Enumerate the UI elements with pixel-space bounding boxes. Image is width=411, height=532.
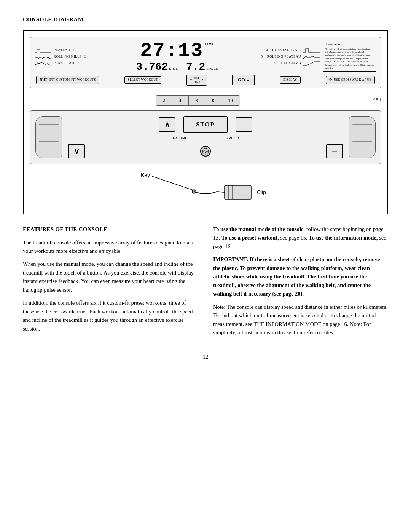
dist-stat: 3.762 DIST. [136, 62, 178, 72]
right-handrail [349, 116, 376, 159]
preset-item-rolling-plateau: 5 ROLLING PLATEAU [259, 54, 320, 59]
preset-item-park-trail: PARK TRAIL 3 [35, 61, 96, 66]
preset-name-park-trail: PARK TRAIL [54, 61, 75, 66]
set-time-button[interactable]: ∨ SET TIME ∧ [186, 75, 207, 86]
console-top-panel: PLATEAU 1 ROLLING HILLS 2 [30, 37, 381, 88]
page-header: CONSOLE DIAGRAM [23, 15, 388, 24]
page-number-value: 12 [203, 354, 208, 360]
display-button[interactable]: DISPLAY [280, 76, 301, 84]
speed-stat: 7.2 SPEED [186, 62, 219, 72]
speed-btn-2[interactable]: 2 [156, 96, 172, 105]
speed-selector: 2 4 6 8 10 [156, 95, 240, 106]
handrail-line-4 [39, 150, 59, 150]
ifit-custom-label: iFit CUSTOM-FIT WORKOUTS [49, 78, 96, 82]
key-clip-area: Key Clip [30, 166, 381, 208]
bottom-stats: 3.762 DIST. 7.2 SPEED [136, 62, 218, 72]
ifit-icon: iFit [40, 77, 48, 83]
speed-btn-8[interactable]: 8 [205, 96, 221, 105]
svg-line-2 [152, 176, 194, 190]
preset-name-coastal-trail: COASTAL TRAIL [272, 48, 301, 53]
svg-text:Key: Key [141, 172, 150, 178]
preset-workout-bold: To use a preset workout, [221, 235, 279, 241]
incline-up-button[interactable]: ∧ [159, 117, 175, 132]
features-right-column: To use the manual mode of the console, f… [213, 225, 388, 342]
preset-num-1: 1 [73, 48, 76, 53]
handrail-line-1 [39, 124, 59, 125]
page-number: 12 [23, 353, 388, 361]
preset-num-6: 6 [274, 61, 277, 66]
right-presets: 4 COASTAL TRAIL 5 ROLLING PLATEAU [259, 48, 320, 66]
go-button[interactable]: GO » [232, 75, 255, 85]
preset-item-hill-climb: 6 HILL CLIMB [259, 61, 320, 66]
right-section: 4 COASTAL TRAIL 5 ROLLING PLATEAU [259, 41, 376, 72]
incline-label: INCLINE [172, 136, 188, 141]
set-time-down-arrow: ∨ [190, 78, 193, 82]
speed-btn-4[interactable]: 4 [172, 96, 189, 105]
incline-down-button[interactable]: ∨ [68, 144, 85, 158]
select-workout-button[interactable]: SELECT WORKOUT [124, 76, 161, 84]
go-label: GO [237, 77, 245, 83]
preset-item-plateau: PLATEAU 1 [35, 48, 96, 53]
warning-box: ⚠ WARNING: To reduce risk of serious inj… [323, 42, 376, 71]
center-display: 27:13 TIME 3.762 DIST. 7.2 SPEED [98, 41, 257, 72]
warning-title: ⚠ WARNING: [325, 43, 374, 46]
speed-label: SPEED [206, 67, 218, 71]
display-label: DISPLAY [283, 78, 297, 82]
dist-value: 3.762 [136, 62, 168, 72]
speed-value: 7.2 [186, 62, 205, 72]
svg-text:Clip: Clip [257, 189, 266, 195]
page-title: CONSOLE DIAGRAM [23, 15, 388, 24]
rolling-hills-wave [35, 54, 51, 59]
speed-btn-10[interactable]: 10 [221, 96, 240, 105]
use-crosswalk-arms-button[interactable]: ⟳ USE CROSSWALK ARMS [326, 76, 375, 84]
console-button-row: iFit iFit CUSTOM-FIT WORKOUTS SELECT WOR… [35, 75, 376, 86]
features-right-para-3: Note: The console can display speed and … [213, 303, 388, 337]
features-para-1: The treadmill console offers an impressi… [23, 238, 198, 256]
features-right-para-2: IMPORTANT: If there is a sheet of clear … [213, 255, 388, 298]
set-time-labels: SET TIME [193, 76, 201, 84]
select-workout-label: SELECT WORKOUT [128, 78, 158, 82]
features-title: FEATURES OF THE CONSOLE [23, 225, 198, 234]
preset-num-5: 5 [261, 54, 265, 59]
key-clip-svg: Key Clip [30, 166, 381, 208]
left-handrail [35, 116, 62, 159]
stop-label: STOP [196, 121, 215, 128]
handrail-line-r3 [352, 141, 372, 142]
speed-row-container: 2 4 6 8 10 MPH [30, 92, 381, 107]
incline-speed-labels: INCLINE SPEED [68, 136, 343, 141]
features-left-column: FEATURES OF THE CONSOLE The treadmill co… [23, 225, 198, 342]
time-value: 27:13 [140, 41, 203, 61]
manual-mode-bold: To use the manual mode of the console [213, 226, 304, 232]
stop-button[interactable]: STOP [183, 116, 228, 133]
set-time-up-arrow: ∧ [201, 78, 204, 82]
ifit-custom-button[interactable]: iFit iFit CUSTOM-FIT WORKOUTS [36, 76, 99, 84]
time-label: TIME [205, 43, 215, 46]
stop-speed-row: ∧ STOP + [68, 116, 343, 133]
incline-down-speed-minus-row: ∨ − [68, 144, 343, 158]
crosswalk-icon: ⟳ [329, 77, 333, 83]
speed-plus-button[interactable]: + [236, 117, 252, 132]
features-para-2: When you use the manual mode, you can ch… [23, 260, 198, 294]
handrail-line-r2 [352, 133, 372, 133]
preset-item-coastal-trail: 4 COASTAL TRAIL [259, 48, 320, 53]
preset-item-rolling-hills: ROLLING HILLS 2 [35, 54, 96, 59]
time-display: 27:13 TIME [140, 41, 215, 61]
speed-minus-button[interactable]: − [326, 144, 343, 158]
preset-name-hill-climb: HILL CLIMB [280, 61, 301, 66]
left-presets: PLATEAU 1 ROLLING HILLS 2 [35, 41, 96, 72]
speed-btn-6[interactable]: 6 [189, 96, 205, 105]
important-bold: IMPORTANT: If there is a sheet of clear … [213, 256, 380, 297]
handrail-line-r1 [352, 124, 372, 125]
console-lower-section: ∧ STOP + INCLINE SPEED ∨ [30, 110, 381, 165]
crosswalk-arms-label: USE CROSSWALK ARMS [334, 78, 371, 82]
handrail-line-2 [39, 133, 59, 133]
center-controls: ∧ STOP + INCLINE SPEED ∨ [68, 116, 343, 159]
time-btn-label: TIME [193, 80, 201, 84]
preset-num-3: 3 [78, 61, 81, 66]
warning-text: To reduce risk of serious injury, stand … [325, 48, 374, 70]
rolling-plateau-wave [303, 54, 320, 59]
set-label: SET [194, 76, 199, 80]
features-section: FEATURES OF THE CONSOLE The treadmill co… [23, 225, 388, 342]
handrail-line-r4 [352, 150, 372, 150]
pulse-sensor [200, 146, 211, 157]
